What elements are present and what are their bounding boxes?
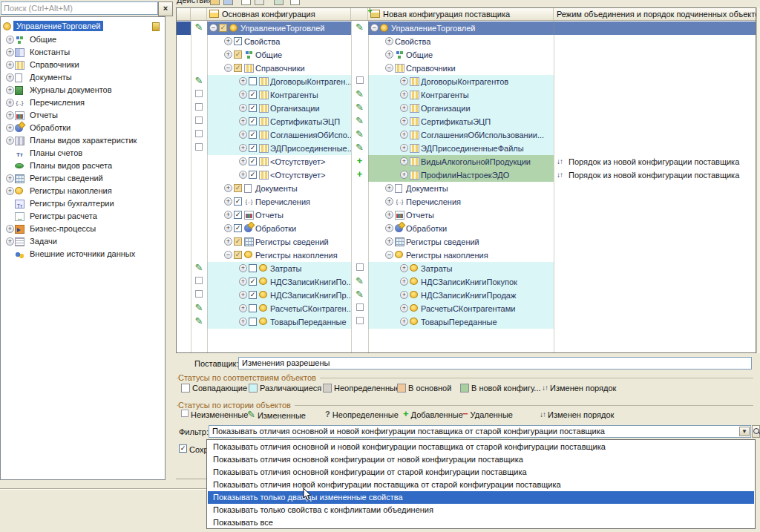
sidebar-item[interactable]: +Справочники: [1, 59, 165, 71]
vendor-config-cell[interactable]: +СоглашенияОбИспользовании...: [368, 128, 554, 142]
table-row[interactable]: +✓Документы+Документы: [177, 182, 756, 195]
merge-checkbox[interactable]: ✓: [234, 211, 242, 219]
expander-icon[interactable]: +: [239, 318, 247, 326]
filter-dropdown-item[interactable]: Показывать все: [208, 516, 754, 529]
table-row[interactable]: +✓<Отсутствует>++ПрофилиНастроекЭДО↓↑Пор…: [177, 168, 756, 182]
expander-icon[interactable]: −: [385, 251, 393, 259]
table-row[interactable]: +✓Обработки+Обработки: [177, 222, 756, 235]
expander-icon[interactable]: +: [400, 131, 408, 139]
merge-checkbox[interactable]: ✓: [249, 131, 257, 139]
expander-icon[interactable]: +: [385, 50, 393, 59]
vendor-value-field[interactable]: Изменения разрешены: [238, 357, 752, 370]
expander-icon[interactable]: +: [400, 278, 408, 286]
filter-dropdown-item[interactable]: Показывать только дважды измененные свой…: [208, 491, 754, 504]
expander-icon[interactable]: +: [385, 211, 393, 219]
main-config-cell[interactable]: +✓Свойства: [207, 35, 351, 48]
expander-icon[interactable]: +: [6, 73, 14, 82]
expander-icon[interactable]: +: [385, 37, 393, 45]
vendor-config-cell[interactable]: +ЭДПрисоединенныеФайлы: [368, 142, 554, 155]
page-icon[interactable]: [290, 0, 300, 5]
sidebar-item[interactable]: +Задачи: [1, 235, 165, 248]
cancel-search-icon[interactable]: [241, 0, 251, 5]
vendor-config-cell[interactable]: +Затраты: [368, 262, 554, 275]
expander-icon[interactable]: +: [6, 99, 14, 107]
sidebar-item[interactable]: Регистры расчета: [1, 210, 165, 223]
main-config-cell[interactable]: +✓Обработки: [207, 222, 351, 235]
expander-icon[interactable]: −: [209, 24, 217, 32]
vendor-config-cell[interactable]: +Документы: [368, 182, 554, 195]
expander-icon[interactable]: +: [224, 224, 232, 232]
table-row[interactable]: −✓Регистры накопления−Регистры накоплени…: [177, 249, 756, 262]
vendor-config-cell[interactable]: −Справочники: [368, 62, 554, 75]
expander-icon[interactable]: +: [400, 117, 408, 125]
merge-mode-cell[interactable]: [554, 128, 756, 142]
sidebar-item[interactable]: +Константы: [1, 46, 165, 59]
expander-icon[interactable]: +: [224, 50, 232, 59]
merge-checkbox[interactable]: ✓: [234, 197, 242, 206]
row-selector-cell[interactable]: [177, 48, 191, 62]
merge-checkbox[interactable]: ✓: [234, 37, 242, 45]
vendor-config-cell[interactable]: +ВидыАлкогольнойПродукции: [368, 155, 554, 168]
main-config-cell[interactable]: +✓Регистры сведений: [207, 235, 351, 249]
merge-checkbox[interactable]: ✓: [234, 50, 242, 59]
merge-checkbox[interactable]: ✓: [249, 171, 257, 179]
main-config-cell[interactable]: +✓<Отсутствует>: [207, 155, 351, 168]
expander-icon[interactable]: +: [224, 184, 232, 192]
sidebar-item[interactable]: +Регистры сведений: [1, 172, 165, 185]
merge-mode-cell[interactable]: [554, 195, 756, 208]
sidebar-item[interactable]: Планы счетов: [1, 147, 165, 160]
expander-icon[interactable]: −: [370, 24, 379, 32]
merge-checkbox[interactable]: ✓: [249, 157, 257, 165]
vendor-config-cell[interactable]: +РасчетыСКонтрагентами: [368, 302, 554, 315]
sidebar-item[interactable]: +Журналы документов: [1, 84, 165, 96]
expander-icon[interactable]: +: [239, 77, 247, 85]
main-config-cell[interactable]: +✓Отчеты: [207, 208, 351, 222]
row-selector-cell[interactable]: [177, 142, 191, 155]
vendor-config-cell[interactable]: +НДСЗаписиКнигиПродаж: [368, 289, 554, 302]
main-config-cell[interactable]: +✓Документы: [207, 182, 351, 195]
sidebar-item[interactable]: +Регистры накопления: [1, 185, 165, 197]
expander-icon[interactable]: +: [385, 237, 393, 246]
expander-icon[interactable]: +: [6, 174, 14, 183]
expander-icon[interactable]: +: [239, 117, 247, 125]
table-row[interactable]: +✓НДСЗаписиКнигиПо...✎+НДСЗаписиКнигиПок…: [177, 275, 756, 289]
expander-icon[interactable]: +: [6, 61, 14, 69]
expander-icon[interactable]: +: [400, 304, 408, 312]
expander-icon[interactable]: +: [6, 36, 14, 44]
vendor-config-cell[interactable]: +Регистры сведений: [368, 235, 554, 249]
expander-icon[interactable]: +: [6, 237, 14, 246]
vendor-config-cell[interactable]: −УправлениеТорговлей: [368, 22, 554, 35]
expander-icon[interactable]: −: [224, 64, 232, 72]
merge-checkbox[interactable]: ✓: [234, 64, 242, 72]
merge-mode-cell[interactable]: ↓↑Порядок из новой конфигурации поставщи…: [554, 168, 756, 182]
refresh-icon[interactable]: [274, 0, 284, 5]
expander-icon[interactable]: −: [224, 251, 232, 259]
merge-mode-cell[interactable]: [554, 182, 756, 195]
merge-checkbox[interactable]: ✓: [249, 144, 257, 152]
table-row[interactable]: +✓ЭДПрисоединенные...✎+ЭДПрисоединенныеФ…: [177, 142, 756, 155]
row-selector-cell[interactable]: [177, 102, 191, 115]
merge-mode-cell[interactable]: [554, 35, 756, 48]
merge-mode-cell[interactable]: [554, 275, 756, 289]
merge-mode-cell[interactable]: [554, 48, 756, 62]
expander-icon[interactable]: +: [400, 144, 408, 152]
table-row[interactable]: ✎+Затраты+Затраты: [177, 262, 756, 275]
table-row[interactable]: +✓Общие+Общие: [177, 48, 756, 62]
expander-icon[interactable]: +: [6, 187, 14, 195]
table-row[interactable]: ✎+ДоговорыКонтраген...+ДоговорыКонтраген…: [177, 75, 756, 88]
expander-icon[interactable]: +: [6, 137, 14, 145]
main-config-cell[interactable]: −✓Регистры накопления: [207, 249, 351, 262]
filter-search-button[interactable]: [752, 425, 760, 438]
merge-mode-cell[interactable]: [554, 22, 756, 35]
expander-icon[interactable]: +: [239, 264, 247, 272]
main-config-cell[interactable]: +✓ЭДПрисоединенные...: [207, 142, 351, 155]
table-row[interactable]: ✎−✓УправлениеТорговлей✎−УправлениеТоргов…: [177, 22, 756, 35]
sidebar-item[interactable]: +Отчеты: [1, 109, 165, 122]
table-row[interactable]: +✓Контрагенты✎+Контрагенты: [177, 88, 756, 102]
sidebar-item[interactable]: Регистры бухгалтерии: [1, 197, 165, 210]
row-selector-cell[interactable]: [177, 155, 191, 168]
merge-mode-cell[interactable]: [554, 115, 756, 128]
expander-icon[interactable]: +: [6, 48, 14, 56]
merge-checkbox[interactable]: ✓: [249, 104, 257, 112]
filter-dropdown-item[interactable]: Показывать отличия основной конфигурации…: [208, 466, 754, 479]
